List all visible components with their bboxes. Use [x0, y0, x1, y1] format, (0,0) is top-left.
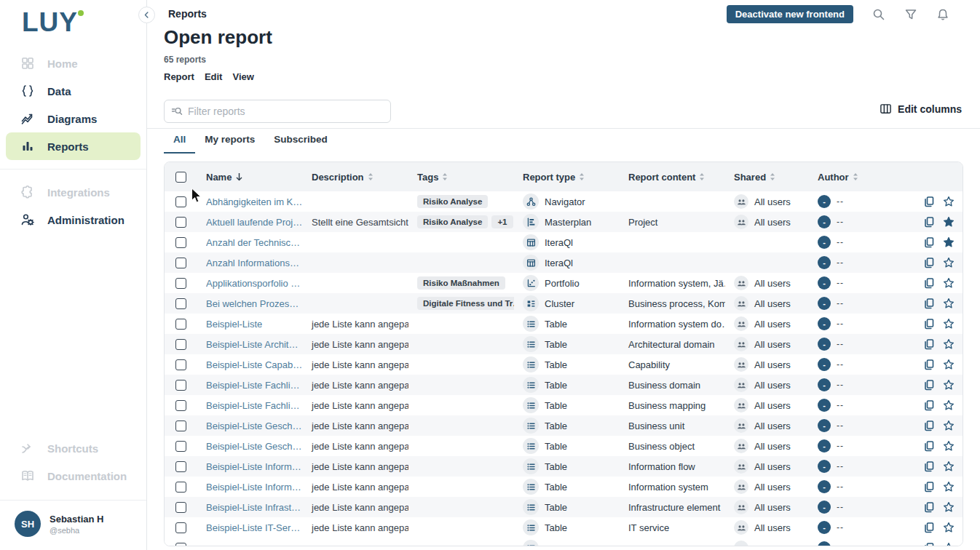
row-checkbox[interactable]	[175, 359, 186, 370]
duplicate-report-button[interactable]	[923, 379, 935, 391]
select-all-checkbox[interactable]	[175, 172, 186, 183]
filter-icon[interactable]	[904, 8, 917, 21]
duplicate-report-button[interactable]	[923, 481, 935, 493]
sidebar-collapse-button[interactable]	[138, 7, 155, 23]
filter-reports-input[interactable]	[188, 105, 384, 117]
row-checkbox[interactable]	[175, 258, 186, 268]
duplicate-report-button[interactable]	[923, 522, 935, 533]
favorite-star-button[interactable]	[943, 542, 955, 546]
row-checkbox[interactable]	[175, 441, 186, 452]
report-name-link[interactable]: Beispiel-Liste Informati…	[206, 461, 303, 472]
tab-all[interactable]: All	[164, 129, 195, 152]
duplicate-report-button[interactable]	[923, 257, 935, 268]
row-checkbox[interactable]	[175, 339, 186, 350]
favorite-star-button[interactable]	[943, 298, 955, 309]
report-name-link[interactable]: Beispiel-Liste Fachlich…	[206, 400, 303, 411]
tab-subscribed[interactable]: Subscribed	[264, 129, 337, 152]
duplicate-report-button[interactable]	[923, 542, 935, 546]
favorite-star-button[interactable]	[943, 338, 955, 350]
sidebar-item-integrations[interactable]: Integrations	[6, 178, 141, 206]
notifications-bell-icon[interactable]	[936, 8, 949, 21]
favorite-star-button[interactable]	[943, 399, 955, 411]
favorite-star-button[interactable]	[943, 440, 955, 452]
column-header-report-content[interactable]: Report content	[620, 172, 725, 183]
favorite-star-button[interactable]	[943, 196, 955, 207]
sidebar-item-documentation[interactable]: Documentation	[6, 462, 141, 490]
duplicate-report-button[interactable]	[923, 298, 935, 309]
row-checkbox[interactable]	[175, 237, 186, 248]
deactivate-frontend-button[interactable]: Deactivate new frontend	[727, 5, 853, 23]
favorite-star-button[interactable]	[943, 277, 955, 289]
column-header-shared[interactable]: Shared	[725, 172, 809, 183]
sidebar-item-diagrams[interactable]: Diagrams	[6, 105, 141, 132]
tab-my-reports[interactable]: My reports	[195, 129, 264, 152]
favorite-star-button[interactable]	[943, 359, 955, 370]
row-checkbox[interactable]	[175, 217, 186, 228]
sidebar-item-reports[interactable]: Reports	[6, 132, 141, 160]
menu-item-edit[interactable]: Edit	[205, 71, 223, 82]
report-name-link[interactable]: Anzahl der Technische…	[206, 237, 303, 248]
favorite-star-button[interactable]	[943, 216, 955, 228]
sidebar-item-shortcuts[interactable]: Shortcuts	[6, 434, 141, 462]
user-profile[interactable]: SH Sebastian H @sebha	[0, 501, 146, 550]
report-name-link[interactable]: Beispiel-Liste Infrastru…	[206, 502, 303, 513]
report-name-link[interactable]: Beispiel-Liste Capability	[206, 359, 303, 370]
favorite-star-button[interactable]	[943, 461, 955, 472]
duplicate-report-button[interactable]	[923, 338, 935, 350]
duplicate-report-button[interactable]	[923, 440, 935, 452]
favorite-star-button[interactable]	[943, 501, 955, 513]
report-name-link[interactable]: Anzahl Informationssy…	[206, 258, 303, 268]
duplicate-report-button[interactable]	[923, 196, 935, 207]
row-checkbox[interactable]	[175, 502, 186, 513]
sidebar-item-home[interactable]: Home	[6, 49, 141, 77]
duplicate-report-button[interactable]	[923, 359, 935, 370]
duplicate-report-button[interactable]	[923, 277, 935, 289]
row-checkbox[interactable]	[175, 196, 186, 207]
column-header-name[interactable]: Name	[197, 172, 303, 183]
row-checkbox[interactable]	[175, 421, 186, 431]
row-checkbox[interactable]	[175, 278, 186, 289]
report-name-link[interactable]: Beispiel-Liste	[206, 319, 262, 330]
row-checkbox[interactable]	[175, 461, 186, 472]
favorite-star-button[interactable]	[943, 522, 955, 533]
duplicate-report-button[interactable]	[923, 236, 935, 248]
column-header-description[interactable]: Description	[303, 172, 408, 183]
duplicate-report-button[interactable]	[923, 216, 935, 228]
edit-columns-button[interactable]: Edit columns	[880, 103, 962, 115]
favorite-star-button[interactable]	[943, 420, 955, 431]
row-checkbox[interactable]	[175, 482, 186, 493]
report-name-link[interactable]: Applikationsporfolio Ü…	[206, 278, 303, 289]
row-checkbox[interactable]	[175, 522, 186, 533]
search-icon[interactable]	[872, 8, 885, 21]
report-name-link[interactable]: Beispiel-Liste Geschäft…	[206, 441, 303, 452]
duplicate-report-button[interactable]	[923, 420, 935, 431]
report-name-link[interactable]: Bei welchen Prozessen…	[206, 298, 303, 309]
row-checkbox[interactable]	[175, 319, 186, 330]
report-name-link[interactable]: Beispiel-Liste Fachlich…	[206, 380, 303, 391]
duplicate-report-button[interactable]	[923, 501, 935, 513]
favorite-star-button[interactable]	[943, 236, 955, 248]
row-checkbox[interactable]	[175, 380, 186, 391]
favorite-star-button[interactable]	[943, 257, 955, 268]
column-header-tags[interactable]: Tags	[408, 172, 514, 183]
report-name-link[interactable]: Beispiel-Liste IT-Servic…	[206, 522, 303, 533]
duplicate-report-button[interactable]	[923, 399, 935, 411]
favorite-star-button[interactable]	[943, 481, 955, 493]
row-checkbox[interactable]	[175, 298, 186, 309]
duplicate-report-button[interactable]	[923, 461, 935, 472]
report-name-link[interactable]: Aktuell laufende Projek…	[206, 217, 303, 228]
sidebar-item-administration[interactable]: Administration	[6, 206, 141, 234]
row-checkbox[interactable]	[175, 543, 186, 547]
menu-item-report[interactable]: Report	[164, 71, 194, 82]
report-name-link[interactable]: Beispiel-Liste Geschäft…	[206, 421, 303, 431]
duplicate-report-button[interactable]	[923, 318, 935, 330]
report-name-link[interactable]: Abhängigkeiten im Kon…	[206, 196, 303, 207]
column-header-author[interactable]: Author	[809, 172, 914, 183]
column-header-report-type[interactable]: Report type	[514, 172, 620, 183]
sidebar-item-data[interactable]: Data	[6, 77, 141, 105]
menu-item-view[interactable]: View	[232, 71, 253, 82]
report-name-link[interactable]: Beispiel-Liste Informati…	[206, 482, 303, 493]
report-name-link[interactable]: Beispiel-Liste Architekt…	[206, 339, 303, 350]
favorite-star-button[interactable]	[943, 379, 955, 391]
row-checkbox[interactable]	[175, 400, 186, 411]
